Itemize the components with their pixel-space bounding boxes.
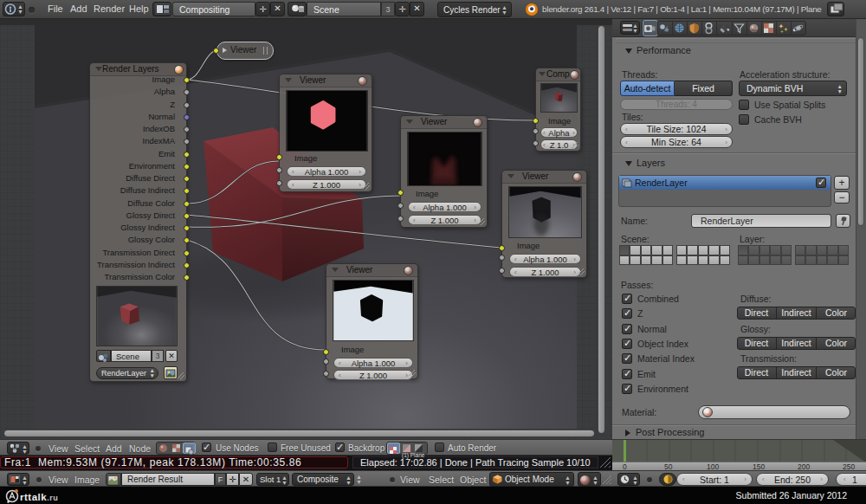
- svg-text:rttalk.ru: rttalk.ru: [20, 492, 58, 502]
